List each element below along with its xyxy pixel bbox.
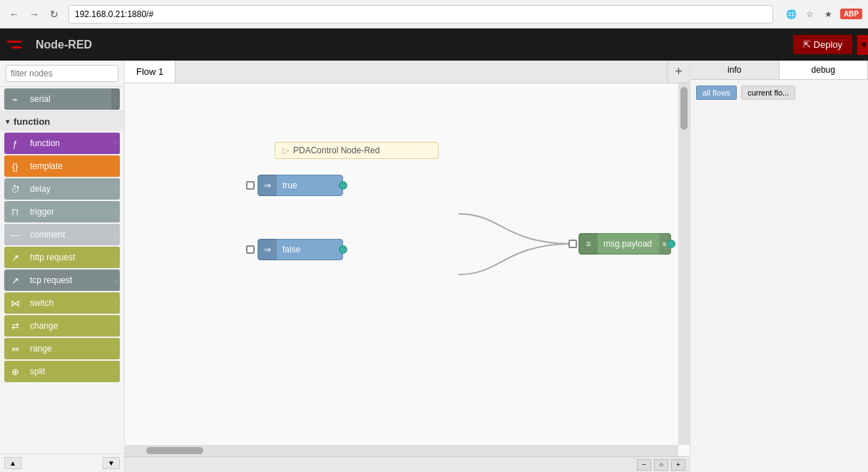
node-item-change[interactable]: ⇄ change ⋮ xyxy=(4,315,120,337)
node-item-trigger[interactable]: ⊓ trigger ⋮ xyxy=(4,201,120,222)
tab-flow1[interactable]: Flow 1 xyxy=(125,61,175,83)
http-request-node-label: http request xyxy=(26,247,120,268)
back-button[interactable]: ← xyxy=(6,6,23,23)
sub-tab-all-flows[interactable]: all flows xyxy=(696,86,737,100)
right-content: all flows current flo... xyxy=(690,80,868,472)
scroll-up-button[interactable]: ▲ xyxy=(4,457,21,469)
app: Node-RED ⇱ Deploy ▾ ⌁ serial ⋮ xyxy=(0,29,868,472)
deploy-button[interactable]: ⇱ Deploy xyxy=(793,35,852,54)
change-icon: ⇄ xyxy=(4,315,26,337)
serial-label: serial xyxy=(26,88,120,110)
zoom-in-button[interactable]: + xyxy=(671,459,685,471)
node-item-range[interactable]: ⇔ range ⋮ xyxy=(4,338,120,359)
node-item-delay[interactable]: ⏱ delay ⋮ xyxy=(4,178,120,200)
zoom-out-button[interactable]: − xyxy=(637,459,651,471)
true-flow-node[interactable]: ⇒ true xyxy=(257,175,343,196)
ie-icon: 🌐 xyxy=(785,7,799,21)
canvas-scroll-h[interactable] xyxy=(125,445,678,456)
browser-bar: ← → ↻ 🌐 ☆ ★ ABP xyxy=(0,0,868,29)
canvas[interactable]: ▷ PDAControl Node-Red ⇒ true ⇒ xyxy=(125,83,690,456)
template-node-label: template xyxy=(26,155,120,177)
main-content: ⌁ serial ⋮ ▾ function ƒ function ⋮ {} te… xyxy=(0,61,868,472)
canvas-scroll-thumb-v[interactable] xyxy=(680,87,688,130)
switch-handle: ⋮ xyxy=(111,292,120,314)
switch-icon: ⋈ xyxy=(4,292,26,314)
sidebar-arrows: ▲ ▼ xyxy=(0,453,124,472)
trigger-icon: ⊓ xyxy=(4,201,26,222)
canvas-area: Flow 1 + ▷ PDAControl Node-Red xyxy=(125,61,690,472)
function-icon: ƒ xyxy=(4,133,26,154)
node-item-comment[interactable]: — comment ⋮ xyxy=(4,224,120,245)
comment-node-label: comment xyxy=(26,224,120,245)
tab-debug[interactable]: debug xyxy=(780,61,869,79)
node-item-split[interactable]: ⊕ split ⋮ xyxy=(4,361,120,382)
canvas-bottom-bar: − ○ + xyxy=(125,456,690,472)
zoom-reset-button[interactable]: ○ xyxy=(654,459,668,471)
false-node-icon: ⇒ xyxy=(258,239,277,260)
topbar: Node-RED ⇱ Deploy ▾ xyxy=(0,29,868,61)
node-item-http-request[interactable]: ↗ http request ⋮ xyxy=(4,247,120,268)
serial-icon: ⌁ xyxy=(4,88,26,110)
app-title: Node-RED xyxy=(36,39,92,51)
true-node-port-out xyxy=(339,181,347,190)
function-node-label: function xyxy=(26,133,120,154)
scroll-down-button[interactable]: ▼ xyxy=(103,457,120,469)
debug-node-label: msg.payload xyxy=(598,239,659,249)
trigger-node-label: trigger xyxy=(26,201,120,222)
tcp-request-handle: ⋮ xyxy=(111,270,120,291)
false-node-wrapper: ⇒ false xyxy=(246,239,343,260)
sub-tab-current-flow[interactable]: current flo... xyxy=(741,86,795,100)
right-tabs: info debug xyxy=(690,61,868,80)
canvas-scroll-v[interactable] xyxy=(678,83,690,445)
forward-button[interactable]: → xyxy=(26,6,43,23)
browser-right: 🌐 ☆ ★ ABP xyxy=(785,7,862,21)
address-bar[interactable] xyxy=(68,5,773,24)
category-function[interactable]: ▾ function xyxy=(0,111,124,131)
star-icon: ☆ xyxy=(803,7,817,21)
nav-buttons: ← → ↻ xyxy=(6,6,63,23)
nodered-logo xyxy=(7,38,30,52)
comment-icon: — xyxy=(4,224,26,245)
false-flow-node[interactable]: ⇒ false xyxy=(257,239,343,260)
split-handle: ⋮ xyxy=(111,361,120,382)
filter-bar xyxy=(0,61,124,87)
add-tab-button[interactable]: + xyxy=(667,61,690,83)
false-node-port-out xyxy=(339,245,347,254)
deploy-dropdown[interactable]: ▾ xyxy=(857,35,868,55)
http-request-icon: ↗ xyxy=(4,247,26,268)
false-node-port-in xyxy=(246,245,255,254)
true-node-label: true xyxy=(277,180,342,190)
tab-bar: Flow 1 + xyxy=(125,61,690,83)
reload-button[interactable]: ↻ xyxy=(46,6,63,23)
node-item-function[interactable]: ƒ function ⋮ xyxy=(4,133,120,154)
range-icon: ⇔ xyxy=(4,338,26,359)
topbar-left: Node-RED xyxy=(7,38,92,52)
sidebar: ⌁ serial ⋮ ▾ function ƒ function ⋮ {} te… xyxy=(0,61,125,472)
true-node-port-in xyxy=(246,181,255,190)
connections-svg xyxy=(125,83,690,456)
abp-badge[interactable]: ABP xyxy=(840,9,862,19)
debug-node-port-in xyxy=(568,240,577,248)
comment-text: PDAControl Node-Red xyxy=(293,145,379,155)
template-handle: ⋮ xyxy=(111,155,120,177)
split-icon: ⊕ xyxy=(4,361,26,382)
node-item-template[interactable]: {} template ⋮ xyxy=(4,155,120,177)
category-arrow: ▾ xyxy=(6,118,9,125)
debug-flow-node[interactable]: ≡ msg.payload ≡ xyxy=(578,233,671,255)
delay-icon: ⏱ xyxy=(4,178,26,200)
node-item-switch[interactable]: ⋈ switch ⋮ xyxy=(4,292,120,314)
true-node-wrapper: ⇒ true xyxy=(246,175,343,196)
range-handle: ⋮ xyxy=(111,338,120,359)
tcp-request-icon: ↗ xyxy=(4,270,26,291)
node-item-tcp-request[interactable]: ↗ tcp request ⋮ xyxy=(4,270,120,291)
filter-input[interactable] xyxy=(6,65,118,82)
node-item-serial[interactable]: ⌁ serial ⋮ xyxy=(4,88,120,110)
right-panel: info debug all flows current flo... xyxy=(690,61,868,472)
tab-info[interactable]: info xyxy=(690,61,780,79)
deploy-label: Deploy xyxy=(814,39,842,50)
canvas-scroll-thumb-h[interactable] xyxy=(146,447,203,454)
split-node-label: split xyxy=(26,361,120,382)
change-node-label: change xyxy=(26,315,120,337)
favorites-icon: ★ xyxy=(822,7,836,21)
comment-flow-node[interactable]: ▷ PDAControl Node-Red xyxy=(275,142,439,159)
